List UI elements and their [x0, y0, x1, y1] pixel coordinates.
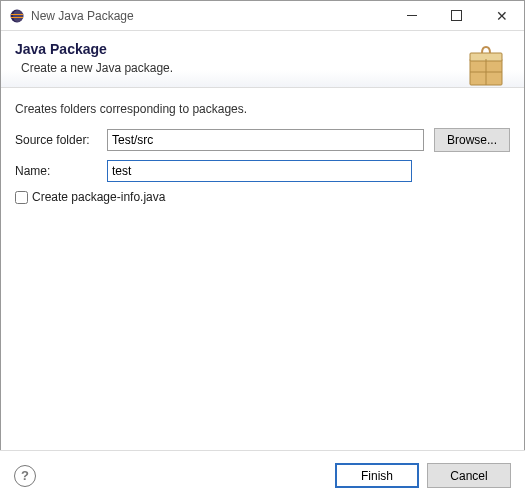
- package-info-row: Create package-info.java: [15, 190, 510, 204]
- header-title: Java Package: [15, 41, 173, 57]
- window-title: New Java Package: [31, 9, 389, 23]
- dialog-header: Java Package Create a new Java package.: [1, 31, 524, 88]
- package-icon: [462, 43, 510, 94]
- svg-point-1: [13, 10, 23, 22]
- source-folder-input[interactable]: [107, 129, 424, 151]
- svg-rect-2: [11, 14, 23, 15]
- svg-rect-3: [11, 17, 23, 18]
- header-text: Java Package Create a new Java package.: [15, 41, 173, 75]
- create-package-info-checkbox[interactable]: [15, 191, 28, 204]
- source-folder-label: Source folder:: [15, 133, 103, 147]
- help-icon[interactable]: ?: [14, 465, 36, 487]
- source-folder-row: Source folder: Browse...: [15, 128, 510, 152]
- dialog-body: Creates folders corresponding to package…: [1, 88, 524, 212]
- header-subtitle: Create a new Java package.: [15, 61, 173, 75]
- window-controls: ✕: [389, 1, 524, 30]
- browse-button[interactable]: Browse...: [434, 128, 510, 152]
- name-row: Name:: [15, 160, 510, 182]
- cancel-button[interactable]: Cancel: [427, 463, 511, 488]
- maximize-button[interactable]: [434, 1, 479, 30]
- create-package-info-label: Create package-info.java: [32, 190, 165, 204]
- eclipse-icon: [9, 8, 25, 24]
- close-button[interactable]: ✕: [479, 1, 524, 30]
- description-text: Creates folders corresponding to package…: [15, 102, 510, 116]
- name-input[interactable]: [107, 160, 412, 182]
- titlebar: New Java Package ✕: [1, 1, 524, 31]
- finish-button[interactable]: Finish: [335, 463, 419, 488]
- name-label: Name:: [15, 164, 103, 178]
- dialog-footer: ? Finish Cancel: [0, 450, 525, 500]
- minimize-button[interactable]: [389, 1, 434, 30]
